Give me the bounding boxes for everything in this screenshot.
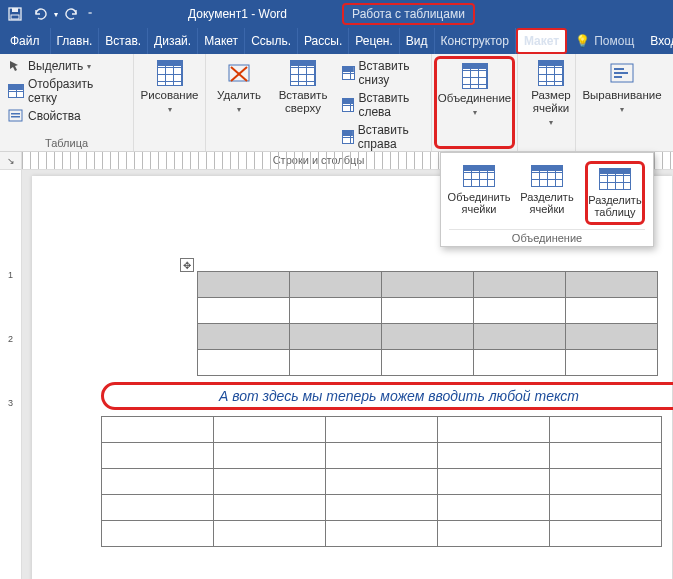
insert-left-icon <box>342 98 354 112</box>
ribbon-tabs: Файл Главн. Встав. Дизай. Макет Ссыль. Р… <box>0 28 673 54</box>
svg-rect-1 <box>12 8 18 12</box>
title-bar: ▾ ⁼ Документ1 - Word Работа с таблицами <box>0 0 673 28</box>
chevron-down-icon: ▾ <box>549 118 553 127</box>
cell-size-label: Размер ячейки <box>531 89 571 115</box>
group-table-label: Таблица <box>6 137 127 149</box>
select-button[interactable]: Выделить ▾ <box>6 58 127 74</box>
tab-review[interactable]: Рецен. <box>349 28 400 54</box>
group-rows-cols: Удалить ▾ Вставить сверху Вставить снизу… <box>206 54 432 151</box>
between-tables-text[interactable]: А вот здесь мы теперь можем вводить любо… <box>101 382 673 410</box>
svg-rect-12 <box>614 76 622 78</box>
insert-above-button[interactable]: Вставить сверху <box>276 58 330 117</box>
quick-access-toolbar: ▾ ⁼ <box>0 5 98 23</box>
ribbon: Выделить ▾ Отобразить сетку Свойства Таб… <box>0 54 673 152</box>
cursor-icon <box>8 59 24 73</box>
merge-gallery: Объединить ячейки Разделить ячейки Разде… <box>440 152 654 247</box>
alignment-label: Выравнивание <box>582 89 661 102</box>
tab-insert[interactable]: Встав. <box>99 28 148 54</box>
insert-right-label: Вставить справа <box>358 123 423 151</box>
tab-view[interactable]: Вид <box>400 28 435 54</box>
undo-icon[interactable] <box>30 5 48 23</box>
vruler-tick: 1 <box>8 270 13 280</box>
vruler-tick: 3 <box>8 398 13 408</box>
cell-size-button[interactable]: Размер ячейки ▾ <box>524 58 578 129</box>
tab-layout[interactable]: Макет <box>198 28 245 54</box>
contextual-tab-label: Работа с таблицами <box>342 3 475 25</box>
insert-right-button[interactable]: Вставить справа <box>340 122 425 152</box>
table-top[interactable] <box>197 271 658 376</box>
group-merge: Объединение ▾ <box>432 54 518 151</box>
svg-rect-2 <box>11 15 19 19</box>
chevron-down-icon[interactable]: ▾ <box>54 10 58 19</box>
merge-gallery-label: Объединение <box>449 229 645 244</box>
group-draw: Рисование ▾ <box>134 54 206 151</box>
insert-below-icon <box>342 66 355 80</box>
vruler-tick: 2 <box>8 334 13 344</box>
save-icon[interactable] <box>6 5 24 23</box>
chevron-down-icon: ▾ <box>473 108 477 117</box>
merge-icon <box>462 63 488 89</box>
tab-references[interactable]: Ссыль. <box>245 28 298 54</box>
draw-button[interactable]: Рисование ▾ <box>140 58 199 116</box>
tab-mailings[interactable]: Рассы. <box>298 28 349 54</box>
tab-table-layout[interactable]: Макет <box>516 28 567 54</box>
insert-above-icon <box>290 60 316 86</box>
insert-left-label: Вставить слева <box>358 91 423 119</box>
merge-label: Объединение <box>438 92 512 105</box>
chevron-down-icon: ▾ <box>87 62 91 71</box>
delete-button[interactable]: Удалить ▾ <box>212 58 266 116</box>
chevron-down-icon: ▾ <box>620 105 624 114</box>
insert-left-button[interactable]: Вставить слева <box>340 90 425 120</box>
split-cells-label: Разделить ячейки <box>520 191 573 215</box>
group-table: Выделить ▾ Отобразить сетку Свойства Таб… <box>0 54 134 151</box>
ruler-corner: ↘ <box>0 152 22 169</box>
document-title: Документ1 - Word <box>188 7 287 21</box>
chevron-down-icon: ▾ <box>237 105 241 114</box>
gridlines-button[interactable]: Отобразить сетку <box>6 76 127 106</box>
insert-right-icon <box>342 130 354 144</box>
tab-design[interactable]: Дизай. <box>148 28 198 54</box>
split-table-icon <box>599 168 631 190</box>
tell-me-label: Помощ <box>594 34 634 48</box>
svg-rect-4 <box>11 113 20 115</box>
properties-button[interactable]: Свойства <box>6 108 127 124</box>
group-cell-size: Размер ячейки ▾ <box>518 54 576 151</box>
qat-customize-icon[interactable]: ⁼ <box>88 10 92 19</box>
chevron-down-icon: ▾ <box>168 105 172 114</box>
insert-below-label: Вставить снизу <box>359 59 423 87</box>
redo-icon[interactable] <box>64 5 82 23</box>
draw-label: Рисование <box>141 89 199 102</box>
table-icon <box>157 60 183 86</box>
split-table-label: Разделить таблицу <box>588 194 641 218</box>
table-bottom[interactable] <box>101 416 662 547</box>
delete-label: Удалить <box>217 89 261 102</box>
svg-rect-5 <box>11 116 20 118</box>
tell-me[interactable]: 💡 Помощ <box>567 28 642 54</box>
merge-cells-icon <box>463 165 495 187</box>
tab-table-design[interactable]: Конструктор <box>435 28 516 54</box>
lightbulb-icon: 💡 <box>575 34 590 48</box>
tab-home[interactable]: Главн. <box>51 28 100 54</box>
group-alignment: Выравнивание ▾ <box>576 54 668 151</box>
merge-dropdown-button[interactable]: Объединение ▾ <box>441 61 508 119</box>
grid-icon <box>8 84 24 98</box>
gridlines-label: Отобразить сетку <box>28 77 125 105</box>
merge-cells-item[interactable]: Объединить ячейки <box>449 161 509 225</box>
select-label: Выделить <box>28 59 83 73</box>
split-table-item[interactable]: Разделить таблицу <box>585 161 645 225</box>
tab-file[interactable]: Файл <box>0 28 51 54</box>
svg-rect-11 <box>614 72 628 74</box>
cell-size-icon <box>538 60 564 86</box>
split-cells-item[interactable]: Разделить ячейки <box>517 161 577 225</box>
insert-above-label: Вставить сверху <box>279 89 328 115</box>
delete-icon <box>226 60 252 86</box>
alignment-icon <box>609 60 635 86</box>
table-move-handle-icon[interactable]: ✥ <box>180 258 194 272</box>
ruler-vertical[interactable]: 1 2 3 <box>0 170 22 579</box>
insert-below-button[interactable]: Вставить снизу <box>340 58 425 88</box>
alignment-button[interactable]: Выравнивание ▾ <box>582 58 662 116</box>
svg-rect-3 <box>9 110 22 121</box>
merge-cells-label: Объединить ячейки <box>448 191 511 215</box>
sign-in[interactable]: Вход <box>642 28 673 54</box>
svg-rect-10 <box>614 68 624 70</box>
